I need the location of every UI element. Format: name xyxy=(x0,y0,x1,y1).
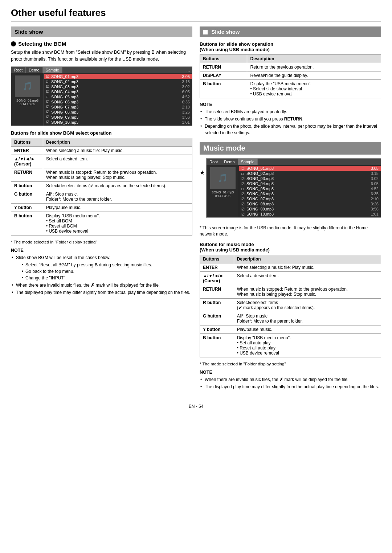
music-mode-player-wrapper: ★ Root Demo Sample ... 🎵 SONG_01.mp3 0:1… xyxy=(200,158,381,222)
btn-r-m: R button xyxy=(200,298,234,312)
star-note: * This screen image is for the USB media… xyxy=(200,225,381,237)
note-item: When there are invalid music files, the … xyxy=(11,282,192,288)
list-item: ☑ SONG_08.mp3 3:26 xyxy=(239,201,381,206)
check-icon: ☑ xyxy=(241,212,246,216)
list-item: ☑ SONG_04.mp3 6:05 xyxy=(44,89,192,94)
btn-r: R button xyxy=(11,181,43,190)
tab-demo-right[interactable]: Demo xyxy=(221,159,238,165)
table-row: ENTER When selecting a music file: Play … xyxy=(200,263,381,271)
note-item: The displayed play time may differ sligh… xyxy=(11,289,192,296)
list-item: ☑ SONG_09.mp3 3:56 xyxy=(44,115,192,120)
btn-enter: ENTER xyxy=(11,146,43,155)
desc-cursor: Select a desired item. xyxy=(43,155,192,168)
player-body-right: 🎵 SONG_01.mp3 0:14 / 3:05 ☑ SONG_01.mp3 … xyxy=(207,165,381,217)
col-header-buttons-m: Buttons xyxy=(200,255,234,263)
tab-demo-left[interactable]: Demo xyxy=(26,67,42,73)
note-list-1: Slide show BGM will be reset in the case… xyxy=(11,254,192,296)
desc-b-m: Display "USB media menu".• Set all auto … xyxy=(234,333,381,357)
bullet-icon xyxy=(11,41,16,46)
check-icon: □ xyxy=(241,172,246,176)
desc-g-m: All*: Stop music.Folder*: Move to the pa… xyxy=(234,312,381,325)
table-row: R button Select/deselect items(✔ mark ap… xyxy=(200,298,381,312)
page-container: Other useful features Slide show Selecti… xyxy=(0,0,392,416)
btn-cursor-m: ▲/▼/◄/►(Cursor) xyxy=(200,271,234,285)
check-icon: ☑ xyxy=(241,177,246,181)
desc-b-r: Display the "USB media menu".• Select sl… xyxy=(247,80,381,98)
note-list-3: When there are invalid music files, the … xyxy=(200,376,381,390)
slide-buttons-title: Buttons for slide show operation(When us… xyxy=(200,41,381,52)
left-column: Slide show Selecting the BGM Setup the s… xyxy=(11,26,192,394)
col-header-desc-m: Description xyxy=(234,255,381,263)
list-item: ☑ SONG_10.mp3 1:01 xyxy=(44,120,192,125)
list-item: ☑ SONG_03.mp3 3:02 xyxy=(239,176,381,181)
list-item: ☑ SONG_09.mp3 3:56 xyxy=(239,206,381,212)
table-row: G button All*: Stop music.Folder*: Move … xyxy=(200,312,381,325)
tab-dots-right: ... xyxy=(373,159,381,165)
note-section-1: NOTE Slide show BGM will be reset in the… xyxy=(11,248,192,296)
note-item: The displayed play time may differ sligh… xyxy=(200,384,381,390)
list-item: ☑ SONG_10.mp3 1:01 xyxy=(239,212,381,217)
col-header-desc: Description xyxy=(43,138,192,146)
list-item: ☑ SONG_01.mp3 3:05 xyxy=(44,74,192,79)
note-item: The selected BGMs are played repeatedly. xyxy=(200,108,381,115)
music-mode-header: Music mode xyxy=(200,142,381,155)
btn-b-m: B button xyxy=(200,333,234,357)
player-filename-right: SONG_01.mp3 xyxy=(212,191,234,194)
table-row: RETURN When music is stopped: Return to … xyxy=(11,168,192,181)
table-row: B button Display the "USB media menu".• … xyxy=(200,80,381,98)
player-time: 0:14 / 3:05 xyxy=(20,102,35,106)
check-icon: ☑ xyxy=(46,74,51,78)
note-list-2: The selected BGMs are played repeatedly.… xyxy=(200,108,381,136)
note-sublist: Select "Reset all BGM" by pressing B dur… xyxy=(16,262,192,281)
bgm-table: Buttons Description ENTER When selecting… xyxy=(11,138,192,235)
desc-enter: When selecting a music file: Play music. xyxy=(43,146,192,155)
note-section-2: NOTE The selected BGMs are played repeat… xyxy=(200,102,381,136)
btn-y: Y button xyxy=(11,203,43,212)
selecting-bgm-body: Setup the slide show BGM from "Select sl… xyxy=(11,49,192,63)
col-header-buttons: Buttons xyxy=(11,138,43,146)
check-icon: ☑ xyxy=(241,167,246,171)
tab-sample-left[interactable]: Sample xyxy=(43,67,62,73)
table-row: B button Display "USB media menu".• Set … xyxy=(200,333,381,357)
check-icon: ☑ xyxy=(241,192,246,196)
check-icon: ☑ xyxy=(46,90,51,94)
player-time-right: 0:14 / 3:05 xyxy=(215,194,230,198)
btn-b-r: B button xyxy=(200,80,247,98)
check-icon: ☑ xyxy=(46,100,51,104)
tab-dots-left: ... xyxy=(184,67,192,73)
right-section-header: Slide show xyxy=(200,26,381,37)
btn-g-m: G button xyxy=(200,312,234,325)
player-body-left: 🎵 SONG_01.mp3 0:14 / 3:05 ☑ SONG_01.mp3 … xyxy=(11,73,192,126)
bullet-circle-right xyxy=(203,30,208,34)
btn-return-m: RETURN xyxy=(200,285,234,298)
note-title-2: NOTE xyxy=(200,102,381,107)
desc-r-m: Select/deselect items(✔ mark appears on … xyxy=(234,298,381,312)
player-thumbnail-right: 🎵 xyxy=(210,167,236,189)
note-subitem: Go back to the top menu. xyxy=(21,268,192,275)
note-item: The slide show continues until you press… xyxy=(200,116,381,122)
check-icon: ☑ xyxy=(241,197,246,201)
player-tabs-left: Root Demo Sample ... xyxy=(11,67,192,73)
player-mockup-left: Root Demo Sample ... 🎵 SONG_01.mp3 0:14 … xyxy=(11,66,192,126)
desc-enter-m: When selecting a music file: Play music. xyxy=(234,263,381,271)
player-left-panel-right: 🎵 SONG_01.mp3 0:14 / 3:05 xyxy=(207,165,239,217)
list-item: □ SONG_02.mp3 3:15 xyxy=(44,79,192,84)
col-header-desc-r: Description xyxy=(247,55,381,63)
check-icon: □ xyxy=(46,95,51,99)
btn-enter-m: ENTER xyxy=(200,263,234,271)
check-icon: ☑ xyxy=(46,120,51,124)
tab-root-left[interactable]: Root xyxy=(11,67,26,73)
note-subitem: Select "Reset all BGM" by pressing B dur… xyxy=(21,262,192,268)
desc-b: Display "USB media menu".• Set all BGM• … xyxy=(43,212,192,235)
tab-sample-right[interactable]: Sample xyxy=(238,159,258,165)
desc-display: Reveal/hide the guide display. xyxy=(247,71,381,80)
check-icon: □ xyxy=(46,79,51,83)
list-item: ☑ SONG_07.mp3 2:10 xyxy=(44,105,192,110)
table-row: ENTER When selecting a music file: Play … xyxy=(11,146,192,155)
player-filename: SONG_01.mp3 xyxy=(16,99,39,102)
tab-root-right[interactable]: Root xyxy=(207,159,221,165)
check-icon: ☑ xyxy=(46,85,51,89)
col-header-buttons-r: Buttons xyxy=(200,55,247,63)
desc-return: When music is stopped: Return to the pre… xyxy=(43,168,192,181)
list-item: □ SONG_02.mp3 3:15 xyxy=(239,171,381,176)
